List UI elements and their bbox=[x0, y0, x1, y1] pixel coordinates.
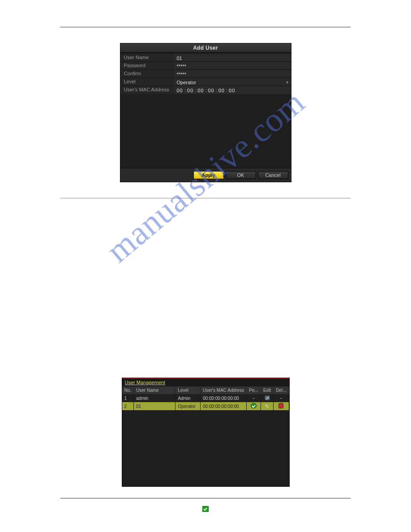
page-rule-bottom bbox=[60, 498, 351, 498]
mac-seg-1: 00 bbox=[187, 88, 193, 93]
edit-icon bbox=[265, 395, 270, 400]
input-username[interactable]: 01 bbox=[174, 54, 291, 61]
col-username: User Name bbox=[134, 386, 176, 394]
col-permission: Pe... bbox=[247, 386, 261, 394]
check-icon bbox=[251, 403, 257, 408]
row-mac: User's MAC Address 00: 00: 00: 00: 00: 0… bbox=[120, 86, 291, 94]
dash-icon: – bbox=[280, 396, 283, 401]
col-delete: Del... bbox=[274, 386, 289, 394]
trash-icon bbox=[278, 403, 283, 408]
table-header-row: No. User Name Level User's MAC Address P… bbox=[122, 386, 289, 394]
label-username: User Name bbox=[120, 54, 174, 61]
value-username: 01 bbox=[177, 56, 182, 61]
col-mac: User's MAC Address bbox=[201, 386, 247, 394]
page-rule-top bbox=[60, 27, 351, 27]
apply-button[interactable]: Apply bbox=[193, 171, 224, 179]
mac-seg-0: 00 bbox=[177, 88, 183, 93]
cell-permission: – bbox=[247, 394, 261, 402]
col-no: No. bbox=[122, 386, 134, 394]
row-password: Password ***** bbox=[120, 62, 291, 70]
button-row: Apply OK Cancel bbox=[120, 168, 291, 182]
cell-level: Admin bbox=[176, 394, 201, 402]
input-confirm[interactable]: ***** bbox=[174, 70, 291, 77]
ok-button[interactable]: OK bbox=[226, 171, 256, 179]
table-row[interactable]: 2 01 Operator 00:00:00:00:00:00 ✎ bbox=[122, 402, 289, 410]
cell-mac: 00:00:00:00:00:00 bbox=[201, 402, 247, 410]
row-level: Level Operator ▾ bbox=[120, 78, 291, 86]
cell-username: 01 bbox=[134, 402, 176, 410]
cancel-button[interactable]: Cancel bbox=[258, 171, 288, 179]
label-confirm: Confirm bbox=[120, 70, 174, 77]
add-user-dialog: Add User User Name 01 Password ***** Con… bbox=[120, 43, 291, 182]
table-blank-area bbox=[122, 410, 289, 486]
mac-seg-5: 00 bbox=[229, 88, 235, 93]
chevron-down-icon: ▾ bbox=[286, 80, 288, 85]
cell-level: Operator bbox=[176, 402, 201, 410]
col-edit: Edit bbox=[261, 386, 273, 394]
cell-permission[interactable] bbox=[247, 402, 261, 410]
label-mac: User's MAC Address bbox=[120, 86, 174, 94]
table-row[interactable]: 1 admin Admin 00:00:00:00:00:00 – – bbox=[122, 394, 289, 402]
user-table: No. User Name Level User's MAC Address P… bbox=[122, 386, 289, 410]
value-level: Operator bbox=[177, 80, 196, 85]
dash-icon: – bbox=[253, 396, 255, 401]
dialog-blank-area bbox=[120, 94, 291, 168]
value-confirm: ***** bbox=[177, 72, 186, 77]
cell-mac: 00:00:00:00:00:00 bbox=[201, 394, 247, 402]
dialog-title: Add User bbox=[120, 43, 291, 53]
mac-seg-2: 00 bbox=[197, 88, 204, 93]
select-level[interactable]: Operator ▾ bbox=[174, 78, 291, 86]
col-level: Level bbox=[176, 386, 201, 394]
user-management-title[interactable]: User Management bbox=[122, 378, 289, 386]
user-management-panel: User Management No. User Name Level User… bbox=[122, 378, 290, 487]
value-password: ***** bbox=[177, 64, 186, 69]
label-password: Password bbox=[120, 62, 174, 69]
input-password[interactable]: ***** bbox=[174, 62, 291, 69]
input-mac[interactable]: 00: 00: 00: 00: 00: 00 bbox=[174, 86, 291, 94]
cell-edit[interactable]: ✎ bbox=[261, 402, 273, 410]
row-username: User Name 01 bbox=[120, 54, 291, 62]
page-rule-mid bbox=[60, 198, 351, 198]
cell-no: 1 bbox=[122, 394, 134, 402]
label-level: Level bbox=[120, 78, 174, 86]
row-confirm: Confirm ***** bbox=[120, 70, 291, 78]
cell-delete: – bbox=[274, 394, 289, 402]
form-body: User Name 01 Password ***** Confirm ****… bbox=[120, 53, 291, 94]
cell-username: admin bbox=[134, 394, 176, 402]
mac-seg-3: 00 bbox=[208, 88, 214, 93]
cell-no: 2 bbox=[122, 402, 134, 410]
inline-text bbox=[60, 505, 351, 512]
check-icon bbox=[202, 506, 209, 512]
pencil-icon: ✎ bbox=[265, 403, 269, 409]
cell-delete[interactable] bbox=[274, 402, 289, 410]
cell-edit[interactable] bbox=[261, 394, 273, 402]
mac-seg-4: 00 bbox=[218, 88, 225, 93]
